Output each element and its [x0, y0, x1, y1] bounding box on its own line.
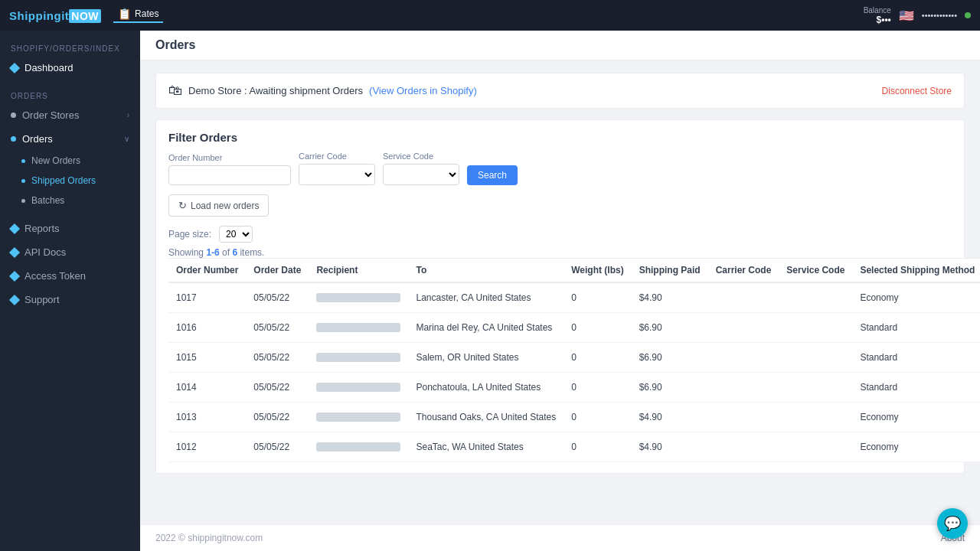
service-code-select[interactable] — [383, 164, 459, 185]
sidebar-item-dashboard[interactable]: Dashboard — [0, 56, 140, 80]
main-content: Orders 🛍 Demo Store : Awaiting shipment … — [140, 31, 980, 551]
diamond-icon — [9, 62, 20, 73]
view-orders-link[interactable]: (View Orders in Shopify) — [369, 85, 477, 96]
layout: SHOPIFY/ORDERS/INDEX Dashboard ORDERS Or… — [0, 31, 980, 551]
sidebar-item-new-orders[interactable]: New Orders — [21, 151, 140, 171]
col-service-code: Service Code — [779, 259, 852, 283]
diamond-icon-token — [9, 270, 20, 281]
recipient-cell: XXXXXXXXXXXXXXX — [309, 373, 408, 403]
carrier-code-cell — [708, 432, 779, 462]
shipping-method-cell: Economy — [852, 432, 980, 462]
order-number-cell: 1015 — [168, 343, 246, 373]
flag-icon: 🇺🇸 — [899, 8, 914, 23]
weight-cell: 0 — [564, 403, 631, 432]
carrier-code-select[interactable] — [299, 164, 375, 185]
diamond-icon-support — [9, 294, 20, 305]
recipient-cell: XXXXXXXXXXXXXXX — [309, 313, 408, 343]
service-code-cell — [779, 343, 852, 373]
showing-text: Showing 1-6 of 6 items. — [168, 247, 952, 258]
table-row: 101705/05/22XXXXXXXXXXXXXXXLancaster, CA… — [168, 282, 980, 313]
to-cell: SeaTac, WA United States — [408, 432, 564, 462]
to-cell: Ponchatoula, LA United States — [408, 373, 564, 403]
col-to: To — [408, 259, 564, 283]
sidebar-item-orders[interactable]: Orders ∨ — [0, 127, 140, 151]
balance-box: Balance $••• — [864, 6, 891, 25]
order-number-input[interactable] — [168, 165, 291, 185]
shipping-paid-cell: $6.90 — [632, 343, 708, 373]
service-code-cell — [779, 432, 852, 462]
order-date-cell: 05/05/22 — [246, 343, 309, 373]
order-date-cell: 05/05/22 — [246, 282, 309, 313]
sidebar-item-order-stores[interactable]: Order Stores › — [0, 103, 140, 127]
chat-button[interactable]: 💬 — [937, 508, 968, 539]
order-number-cell: 1016 — [168, 313, 246, 343]
shipping-paid-cell: $4.90 — [632, 282, 708, 313]
table-row: 101305/05/22XXXXXXXXXXXXXXXThousand Oaks… — [168, 403, 980, 432]
col-order-number: Order Number — [168, 259, 246, 283]
sidebar-item-batches[interactable]: Batches — [21, 191, 140, 210]
rates-icon: 📋 — [118, 8, 131, 20]
filter-section: Filter Orders Order Number Carrier Code … — [155, 119, 965, 474]
disconnect-store-link[interactable]: Disconnect Store — [882, 86, 952, 96]
service-code-cell — [779, 373, 852, 403]
sidebar-item-api-docs[interactable]: API Docs — [0, 240, 140, 264]
sidebar-item-support[interactable]: Support — [0, 288, 140, 311]
shipping-paid-cell: $4.90 — [632, 403, 708, 432]
online-indicator — [965, 12, 971, 18]
filter-title: Filter Orders — [168, 131, 952, 144]
table-section: Page size: 20 Showing 1-6 of 6 items. — [168, 226, 952, 462]
recipient-cell: XXXXXXXXXXXXXXX — [309, 432, 408, 462]
order-number-label: Order Number — [168, 153, 291, 162]
carrier-code-cell — [708, 343, 779, 373]
footer-copyright: 2022 © shippingitnow.com — [155, 533, 263, 543]
load-new-orders-button[interactable]: ↻ Load new orders — [168, 194, 269, 217]
bullet-icon-shipped — [21, 179, 25, 183]
user-info: •••••••••••• — [922, 11, 957, 20]
sidebar-item-reports[interactable]: Reports — [0, 217, 140, 240]
to-cell: Marina del Rey, CA United States — [408, 313, 564, 343]
weight-cell: 0 — [564, 432, 631, 462]
breadcrumb: SHOPIFY/ORDERS/INDEX — [0, 38, 140, 56]
footer: 2022 © shippingitnow.com About — [140, 524, 980, 551]
navbar: ShippingitNOW 📋 Rates Balance $••• 🇺🇸 ••… — [0, 0, 980, 31]
sidebar-item-access-token[interactable]: Access Token — [0, 264, 140, 288]
col-weight: Weight (lbs) — [564, 259, 631, 283]
carrier-code-cell — [708, 282, 779, 313]
orders-section-label: ORDERS — [0, 86, 140, 103]
weight-cell: 0 — [564, 373, 631, 403]
search-button[interactable]: Search — [467, 165, 518, 185]
order-date-cell: 05/05/22 — [246, 403, 309, 432]
logo: ShippingitNOW — [9, 9, 101, 22]
navbar-right: Balance $••• 🇺🇸 •••••••••••• — [864, 6, 971, 25]
refresh-icon: ↻ — [178, 200, 187, 211]
col-recipient: Recipient — [309, 259, 408, 283]
chat-icon: 💬 — [944, 515, 961, 532]
store-info: 🛍 Demo Store : Awaiting shipment Orders … — [168, 83, 477, 99]
sidebar-item-shipped-orders[interactable]: Shipped Orders — [21, 171, 140, 191]
tab-rates[interactable]: 📋 Rates — [113, 8, 163, 23]
table-row: 101405/05/22XXXXXXXXXXXXXXXPonchatoula, … — [168, 373, 980, 403]
shipping-method-cell: Standard — [852, 313, 980, 343]
to-cell: Thousand Oaks, CA United States — [408, 403, 564, 432]
page-size-select[interactable]: 20 — [219, 226, 253, 243]
col-order-date: Order Date — [246, 259, 309, 283]
col-carrier-code: Carrier Code — [708, 259, 779, 283]
table-row: 101205/05/22XXXXXXXXXXXXXXXSeaTac, WA Un… — [168, 432, 980, 462]
service-code-cell — [779, 313, 852, 343]
recipient-cell: XXXXXXXXXXXXXXX — [309, 343, 408, 373]
chevron-right-icon: › — [127, 111, 129, 119]
chevron-down-icon: ∨ — [124, 135, 129, 143]
service-code-group: Service Code — [383, 152, 459, 185]
dot-icon — [11, 112, 16, 118]
content-area: 🛍 Demo Store : Awaiting shipment Orders … — [140, 60, 980, 524]
bullet-icon — [21, 159, 25, 163]
recipient-cell: XXXXXXXXXXXXXXX — [309, 403, 408, 432]
table-row: 101605/05/22XXXXXXXXXXXXXXXMarina del Re… — [168, 313, 980, 343]
to-cell: Lancaster, CA United States — [408, 282, 564, 313]
carrier-code-cell — [708, 403, 779, 432]
order-number-cell: 1013 — [168, 403, 246, 432]
weight-cell: 0 — [564, 313, 631, 343]
diamond-icon-reports — [9, 223, 20, 233]
diamond-icon-api — [9, 246, 20, 257]
store-header: 🛍 Demo Store : Awaiting shipment Orders … — [155, 73, 965, 109]
